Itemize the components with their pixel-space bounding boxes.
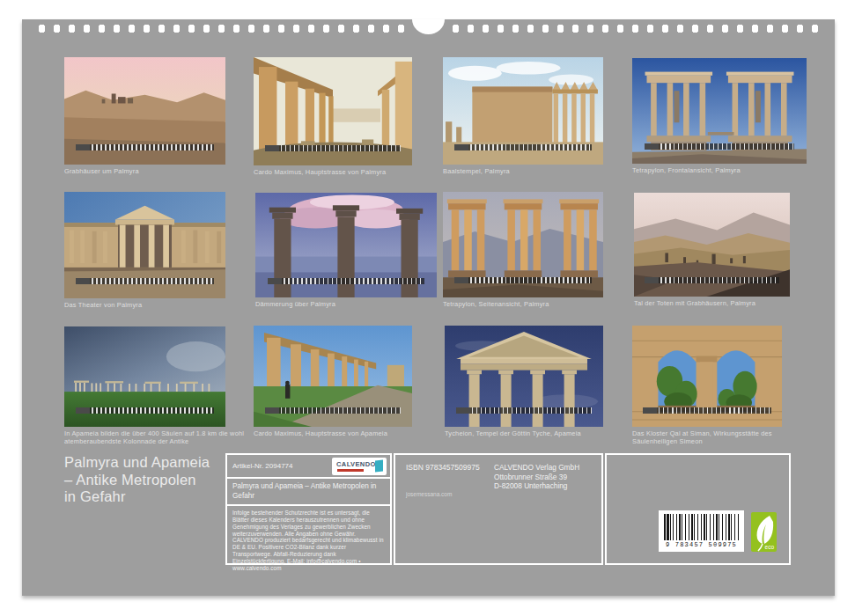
article-number-row: Artikel-Nr. 2094774 CALVENDO	[227, 455, 390, 479]
calvendo-logo-tagline	[337, 469, 364, 472]
barcode-panel: 9 783457 509975	[659, 510, 744, 552]
photo-caption: Das Kloster Qal at Siman, Wirkungsstätte…	[632, 429, 789, 445]
article-number: Artikel-Nr. 2094774	[232, 462, 292, 470]
legal-text: Infolge bestehender Schutzrechte ist es …	[227, 506, 390, 576]
photo-caption: Dämmerung über Palmyra	[255, 300, 445, 308]
isbn-text: ISBN 9783457509975	[406, 463, 480, 472]
publisher-box: ISBN 9783457509975 CALVENDO Verlag GmbH …	[394, 453, 603, 565]
watermark-strip	[268, 278, 424, 284]
publisher-line-1: CALVENDO Verlag GmbH	[494, 463, 579, 473]
watermark-strip	[76, 278, 214, 284]
photo-tetrapylon-seitenansicht: Tetrapylon, Seitenansicht, Palmyra	[443, 192, 603, 297]
photo-grabhaeuser-um-palmyra: Grabhäuser um Palmyra	[64, 57, 225, 165]
calvendo-logo-icon	[375, 460, 383, 473]
photo-kloster-qalat-siman: Das Kloster Qal at Siman, Wirkungsstätte…	[632, 326, 782, 427]
photo-caption: Cardo Maximus, Hauptstrasse von Palmyra	[254, 168, 443, 176]
ean-digits: 9 783457 509975	[659, 541, 744, 548]
photo-theater-palmyra: Das Theater von Palmyra	[64, 192, 225, 298]
photo-caption: Cardo Maximus, Hauptstrasse von Apameia	[254, 429, 443, 437]
product-info-box: Artikel-Nr. 2094774 CALVENDO Palmyra und…	[225, 453, 392, 565]
publisher-address: CALVENDO Verlag GmbH Ottobrunner Straße …	[494, 463, 579, 491]
photo-caption: Tal der Toten mit Grabhäusern, Palmyra	[634, 299, 823, 307]
calendar-title: Palmyra und Apameia – Antike Metropolen …	[64, 454, 210, 506]
watermark-strip	[265, 145, 402, 151]
watermark-strip	[454, 144, 593, 150]
title-line-2: – Antike Metropolen	[64, 472, 210, 489]
photo-baalstempel: Baalstempel, Palmyra	[443, 57, 603, 165]
photo-apameia-kolonnade-feld: In Apameia bilden die über 400 Säulen au…	[64, 326, 225, 427]
publisher-line-2: Ottobrunner Straße 39	[494, 473, 579, 482]
calendar-back-screenshot: Grabhäuser um Palmyra Cardo	[0, 0, 855, 616]
photo-caption: Grabhäuser um Palmyra	[64, 167, 254, 175]
calendar-back-page: Grabhäuser um Palmyra Cardo	[22, 19, 835, 596]
watermark-strip	[643, 407, 771, 414]
title-line-1: Palmyra und Apameia	[64, 454, 210, 472]
product-title: Palmyra und Apameia – Antike Metropolen …	[227, 479, 390, 506]
calvendo-logo-text: CALVENDO	[336, 460, 376, 468]
photo-caption: Tetrapylon, Frontalansicht, Palmyra	[632, 166, 822, 174]
hanger-notch	[412, 19, 445, 34]
title-line-3: in Gefahr	[64, 488, 210, 506]
photographer-credit: josemessana.com	[406, 491, 452, 497]
photo-daemmerung-palmyra: Dämmerung über Palmyra	[255, 193, 437, 297]
photo-caption: In Apameia bilden die über 400 Säulen au…	[64, 429, 260, 445]
photo-caption: Tycheion, Tempel der Göttin Tyche, Apame…	[445, 429, 634, 437]
photo-cardo-maximus-apameia: Cardo Maximus, Hauptstrasse von Apameia	[254, 326, 412, 427]
spiral-binding-holes-right	[448, 24, 822, 33]
publisher-line-3: D-82008 Unterhaching	[494, 481, 579, 491]
photo-tal-der-toten: Tal der Toten mit Grabhäusern, Palmyra	[634, 193, 790, 297]
watermark-strip	[645, 277, 778, 283]
watermark-strip	[454, 277, 593, 283]
photo-cardo-maximus-palmyra: Cardo Maximus, Hauptstrasse von Palmyra	[254, 57, 412, 165]
barcode-box: 9 783457 509975 eco	[605, 453, 791, 565]
calvendo-logo: CALVENDO	[332, 458, 387, 475]
eco-label: eco	[765, 544, 774, 550]
watermark-strip	[456, 407, 593, 414]
photo-caption: Das Theater von Palmyra	[64, 301, 254, 309]
barcode	[664, 514, 739, 540]
photo-caption: Tetrapylon, Seitenansicht, Palmyra	[443, 300, 632, 308]
photo-tycheion: Tycheion, Tempel der Göttin Tyche, Apame…	[445, 326, 603, 427]
watermark-strip	[76, 144, 214, 150]
photo-tetrapylon-frontal: Tetrapylon, Frontalansicht, Palmyra	[632, 58, 807, 164]
watermark-strip	[645, 143, 794, 150]
eco-badge: eco	[751, 512, 777, 552]
watermark-strip	[76, 407, 214, 414]
photo-caption: Baalstempel, Palmyra	[443, 167, 632, 175]
watermark-strip	[265, 407, 402, 414]
spiral-binding-holes-left	[34, 24, 408, 33]
